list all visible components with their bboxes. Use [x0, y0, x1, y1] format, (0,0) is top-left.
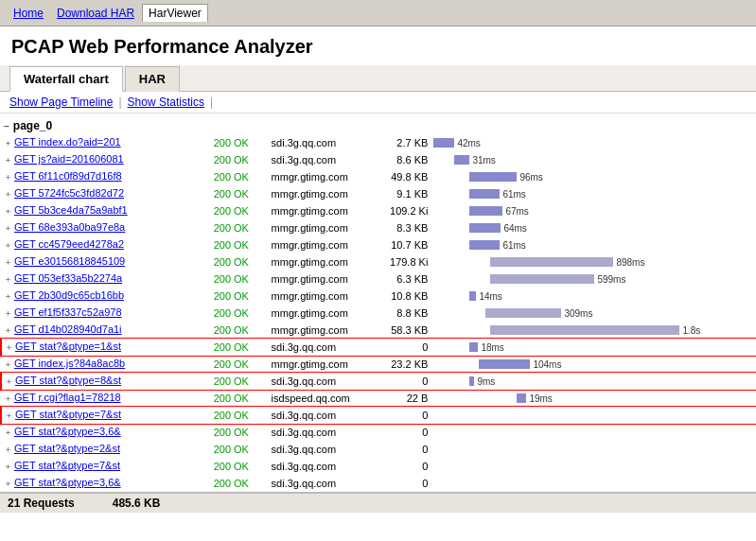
request-status: 200 OK	[211, 407, 269, 424]
separator-2: |	[210, 96, 213, 109]
waterfall-time-label: 19ms	[529, 393, 552, 404]
request-status: 200 OK	[211, 424, 269, 441]
waterfall-time-label: 64ms	[503, 223, 526, 234]
table-row[interactable]: ＋GET r.cgi?flag1=78218200 OKisdspeed.qq.…	[1, 390, 756, 407]
table-row[interactable]: ＋GET cc4579eed4278a2200 OKmmgr.gtimg.com…	[1, 236, 756, 253]
request-name[interactable]: GET index.do?aid=201	[14, 136, 121, 148]
row-expand-icon[interactable]: ＋	[4, 291, 12, 301]
row-expand-icon[interactable]: ＋	[4, 155, 12, 165]
row-expand-icon[interactable]: ＋	[4, 206, 12, 216]
table-row[interactable]: ＋GET d14b028940d7a1i200 OKmmgr.gtimg.com…	[1, 322, 756, 339]
table-row[interactable]: ＋GET stat?&ptype=2&st200 OKsdi.3g.qq.com…	[1, 441, 756, 458]
row-expand-icon[interactable]: ＋	[4, 445, 12, 454]
page-group-expand-icon[interactable]: −	[4, 121, 9, 131]
request-name[interactable]: GET js?aid=201606081	[14, 153, 124, 165]
request-name[interactable]: GET ef1f5f337c52a978	[14, 306, 122, 318]
request-name[interactable]: GET stat?&ptype=3,6&	[14, 426, 121, 437]
request-name[interactable]: GET 6f11c0f89d7d16f8	[14, 170, 122, 182]
request-status: 200 OK	[211, 288, 269, 305]
table-row[interactable]: ＋GET index.js?84a8ac8b200 OKmmgr.gtimg.c…	[1, 356, 756, 373]
waterfall-bar	[490, 325, 679, 335]
request-name[interactable]: GET stat?&ptype=8&st	[15, 375, 121, 386]
nav-download-har[interactable]: Download HAR	[51, 5, 140, 22]
table-row[interactable]: ＋GET 2b30d9c65cb16bb200 OKmmgr.gtimg.com…	[1, 288, 756, 305]
request-waterfall: 19ms	[431, 390, 756, 407]
request-name[interactable]: GET index.js?84a8ac8b	[14, 358, 125, 369]
separator-1: |	[118, 96, 121, 109]
row-expand-icon[interactable]: ＋	[4, 325, 12, 335]
request-name[interactable]: GET d14b028940d7a1i	[14, 323, 122, 335]
request-name[interactable]: GET stat?&ptype=7&st	[15, 409, 121, 420]
request-domain: sdi.3g.qq.com	[269, 339, 374, 356]
table-row[interactable]: ＋GET 5724fc5c3fd82d72200 OKmmgr.gtimg.co…	[1, 185, 756, 202]
request-name[interactable]: GET cc4579eed4278a2	[14, 238, 124, 250]
request-name[interactable]: GET 68e393a0ba97e8a	[14, 221, 125, 233]
request-domain: sdi.3g.qq.com	[269, 424, 374, 441]
row-expand-icon[interactable]: ＋	[5, 410, 13, 420]
request-waterfall	[431, 475, 756, 492]
request-name[interactable]: GET stat?&ptype=7&st	[14, 460, 120, 471]
tab-waterfall[interactable]: Waterfall chart	[9, 66, 123, 92]
request-name[interactable]: GET e30156818845109	[14, 255, 125, 267]
table-row[interactable]: ＋GET ef1f5f337c52a978200 OKmmgr.gtimg.co…	[1, 305, 756, 322]
table-row[interactable]: ＋GET stat?&ptype=3,6&200 OKsdi.3g.qq.com…	[1, 424, 756, 441]
row-expand-icon[interactable]: ＋	[4, 172, 12, 182]
table-row[interactable]: ＋GET 6f11c0f89d7d16f8200 OKmmgr.gtimg.co…	[1, 168, 756, 185]
request-waterfall	[431, 424, 756, 441]
row-expand-icon[interactable]: ＋	[4, 274, 12, 284]
request-waterfall: 898ms	[431, 253, 756, 270]
row-expand-icon[interactable]: ＋	[4, 223, 12, 233]
request-size: 179.8 Ki	[373, 253, 431, 270]
show-statistics-link[interactable]: Show Statistics	[128, 96, 204, 109]
request-name[interactable]: GET stat?&ptype=1&st	[15, 340, 121, 352]
row-expand-icon[interactable]: ＋	[4, 257, 12, 267]
table-row[interactable]: ＋GET stat?&ptype=7&st200 OKsdi.3g.qq.com…	[1, 407, 756, 424]
request-name[interactable]: GET 2b30d9c65cb16bb	[14, 289, 124, 301]
footer-requests: 21 Requests	[8, 497, 75, 510]
waterfall-time-label: 67ms	[505, 206, 528, 217]
table-row[interactable]: ＋GET stat?&ptype=1&st200 OKsdi.3g.qq.com…	[1, 339, 756, 356]
request-name[interactable]: GET 5724fc5c3fd82d72	[14, 187, 124, 199]
request-waterfall: 309ms	[431, 305, 756, 322]
request-name[interactable]: GET 5b3ce4da75a9abf1	[14, 204, 128, 216]
request-domain: mmgr.gtimg.com	[269, 185, 374, 202]
row-expand-icon[interactable]: ＋	[4, 308, 12, 318]
table-row[interactable]: ＋GET 053ef33a5b2274a200 OKmmgr.gtimg.com…	[1, 270, 756, 288]
waterfall-bar	[469, 189, 500, 199]
row-expand-icon[interactable]: ＋	[4, 428, 12, 437]
row-expand-icon[interactable]: ＋	[4, 462, 12, 471]
request-domain: sdi.3g.qq.com	[269, 458, 374, 475]
controls-row: Show Page Timeline | Show Statistics |	[0, 92, 756, 113]
request-size: 109.2 Ki	[373, 202, 431, 219]
row-expand-icon[interactable]: ＋	[4, 359, 12, 369]
table-row[interactable]: ＋GET stat?&ptype=3,6&200 OKsdi.3g.qq.com…	[1, 475, 756, 492]
tab-har[interactable]: HAR	[125, 66, 180, 92]
row-expand-icon[interactable]: ＋	[4, 189, 12, 199]
row-expand-icon[interactable]: ＋	[4, 240, 12, 250]
nav-home[interactable]: Home	[8, 5, 49, 22]
main-content: − page_0 ＋GET index.do?aid=201200 OKsdi.…	[0, 113, 756, 516]
table-row[interactable]: ＋GET 68e393a0ba97e8a200 OKmmgr.gtimg.com…	[1, 219, 756, 236]
row-expand-icon[interactable]: ＋	[5, 342, 13, 352]
table-row[interactable]: ＋GET stat?&ptype=8&st200 OKsdi.3g.qq.com…	[1, 373, 756, 390]
waterfall-bar	[469, 206, 502, 216]
table-row[interactable]: ＋GET 5b3ce4da75a9abf1200 OKmmgr.gtimg.co…	[1, 202, 756, 219]
row-expand-icon[interactable]: ＋	[4, 138, 12, 148]
show-page-timeline-link[interactable]: Show Page Timeline	[9, 96, 113, 109]
row-expand-icon[interactable]: ＋	[4, 393, 12, 403]
request-status: 200 OK	[211, 390, 269, 407]
request-name[interactable]: GET 053ef33a5b2274a	[14, 272, 122, 284]
request-name[interactable]: GET stat?&ptype=2&st	[14, 443, 120, 454]
request-name[interactable]: GET stat?&ptype=3,6&	[14, 477, 121, 488]
waterfall-bar	[433, 138, 454, 148]
table-row[interactable]: ＋GET index.do?aid=201200 OKsdi.3g.qq.com…	[1, 134, 756, 151]
table-row[interactable]: ＋GET js?aid=201606081200 OKsdi.3g.qq.com…	[1, 151, 756, 168]
row-expand-icon[interactable]: ＋	[5, 376, 13, 386]
table-row[interactable]: ＋GET e30156818845109200 OKmmgr.gtimg.com…	[1, 253, 756, 270]
row-expand-icon[interactable]: ＋	[4, 479, 12, 488]
table-row[interactable]: ＋GET stat?&ptype=7&st200 OKsdi.3g.qq.com…	[1, 458, 756, 475]
nav-current: HarViewer	[142, 4, 208, 22]
request-domain: sdi.3g.qq.com	[269, 134, 374, 151]
waterfall-time-label: 14ms	[479, 291, 501, 302]
request-name[interactable]: GET r.cgi?flag1=78218	[14, 392, 121, 403]
